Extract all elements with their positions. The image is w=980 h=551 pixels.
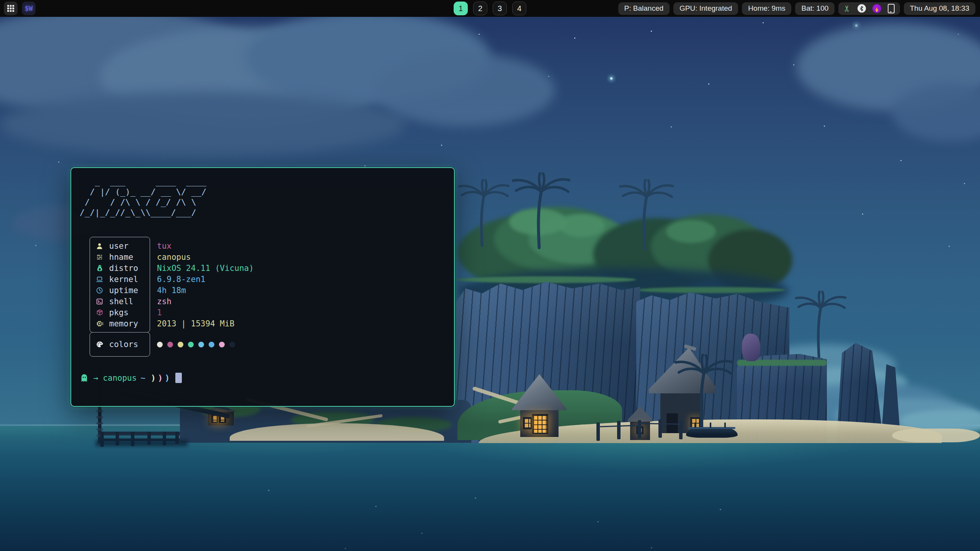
bar-right: P: Balanced GPU: Integrated Home: 9ms Ba… — [618, 2, 980, 15]
sand-spit — [892, 429, 980, 442]
palette-icon — [95, 340, 104, 349]
text-cursor[interactable] — [175, 373, 182, 383]
workspace-button-1[interactable]: 1 — [454, 2, 468, 15]
palette-swatch — [167, 342, 173, 347]
ping-pill[interactable]: Home: 9ms — [742, 2, 791, 15]
battery-label: Bat: 100 — [801, 4, 828, 13]
tablet-icon[interactable] — [888, 4, 895, 13]
bluetooth-icon[interactable] — [858, 4, 866, 13]
colors-row: colors — [90, 332, 446, 357]
boat-post — [724, 422, 726, 428]
info-row-uptime: uptime — [90, 285, 150, 296]
info-label: pkgs — [109, 308, 129, 317]
hut-roof — [628, 406, 652, 422]
gpu-label: GPU: Integrated — [679, 4, 732, 13]
fence-post — [658, 419, 662, 438]
star — [610, 77, 612, 80]
info-label-box: user hname distro — [90, 237, 150, 333]
fastfetch-info: user hname distro — [90, 237, 446, 333]
info-row-kernel: kernel — [90, 274, 150, 285]
clock-pill[interactable]: Thu Aug 08, 18:33 — [904, 2, 975, 15]
info-value-distro: NixOS 24.11 (Vicuna) — [157, 264, 254, 273]
info-value-pkgs: 1 — [157, 308, 162, 317]
info-value-hname: canopus — [157, 253, 191, 262]
palette-swatch — [157, 342, 163, 347]
palm-tree — [792, 291, 850, 360]
boat-post — [710, 422, 711, 428]
info-row-distro: distro — [90, 262, 150, 274]
clock-icon — [95, 286, 104, 295]
palette-dots — [157, 332, 235, 357]
flame-icon[interactable] — [872, 4, 881, 13]
info-label: shell — [109, 297, 133, 306]
workspace-label: 3 — [498, 4, 502, 13]
palette-swatch — [219, 342, 225, 347]
scissors-icon[interactable]: ✂ — [843, 5, 851, 12]
wezterm-taskbar-button[interactable]: $W — [22, 2, 36, 15]
palette-swatch — [209, 342, 214, 347]
laptop-icon — [95, 275, 104, 284]
info-label: memory — [109, 319, 138, 328]
workspace-button-4[interactable]: 4 — [512, 2, 526, 15]
cloud — [0, 92, 406, 157]
palm-tree — [456, 179, 513, 248]
user-icon — [95, 242, 104, 250]
colors-label: colors — [109, 340, 138, 349]
ghost-icon — [80, 373, 89, 383]
info-label: distro — [109, 264, 138, 273]
prompt-chevron-1: ) — [151, 373, 156, 383]
workspace-label: 1 — [459, 4, 463, 13]
prompt-arrow: → — [93, 373, 98, 383]
boat-post — [694, 422, 696, 428]
app-launcher-button[interactable] — [4, 2, 18, 15]
ping-label: Home: 9ms — [748, 4, 785, 13]
info-label: user — [109, 241, 129, 251]
lit-window — [523, 417, 532, 429]
cloud — [375, 54, 555, 126]
colors-label-box: colors — [90, 332, 150, 357]
list-icon — [95, 253, 104, 261]
terminal-window[interactable]: _ ___ ____ ____ / |/ (_)_ __/ __ \/ __/ … — [70, 167, 455, 407]
chip-icon — [95, 320, 104, 328]
shell-prompt[interactable]: → canopus ~ ) ) ) — [80, 373, 446, 383]
workspace-label: 2 — [478, 4, 482, 13]
app-grid-icon — [7, 5, 15, 12]
gpu-pill[interactable]: GPU: Integrated — [673, 2, 738, 15]
desktop: $W 1 2 3 4 P: Balanced GPU: Integrated H… — [0, 0, 980, 551]
prompt-hostname: canopus — [103, 373, 137, 383]
palm-tree — [509, 172, 574, 251]
status-bar: $W 1 2 3 4 P: Balanced GPU: Integrated H… — [0, 0, 980, 17]
workspace-button-3[interactable]: 3 — [493, 2, 507, 15]
palette-swatch — [229, 342, 235, 347]
dock-shadow — [96, 440, 188, 446]
thatched-hut — [512, 374, 567, 442]
nixos-ascii-logo: _ ___ ____ ____ / |/ (_)_ __/ __ \/ __/ … — [80, 176, 446, 218]
canoe — [686, 427, 738, 438]
workspace-label: 4 — [517, 4, 521, 13]
hut-roof — [512, 374, 567, 410]
grass-edge — [636, 287, 786, 293]
info-row-shell: shell — [90, 296, 150, 307]
info-row-memory: memory — [90, 318, 150, 329]
bar-left: $W — [0, 2, 36, 15]
info-label: uptime — [109, 286, 138, 295]
stone-statue — [742, 334, 760, 361]
terminal-icon — [95, 297, 104, 306]
palette-swatch — [188, 342, 194, 347]
workspace-button-2[interactable]: 2 — [473, 2, 487, 15]
info-label: hname — [109, 253, 133, 262]
power-profile-label: P: Balanced — [624, 4, 663, 13]
package-icon — [95, 308, 104, 317]
wezterm-icon: $W — [25, 5, 33, 12]
system-tray: ✂ — [838, 2, 900, 15]
power-profile-pill[interactable]: P: Balanced — [618, 2, 670, 15]
battery-pill[interactable]: Bat: 100 — [795, 2, 835, 15]
info-values: tux canopus NixOS 24.11 (Vicuna) 6.9.8-z… — [157, 237, 254, 333]
info-label: kernel — [109, 275, 138, 284]
palette-swatch — [178, 342, 183, 347]
info-row-pkgs: pkgs — [90, 307, 150, 318]
clock-label: Thu Aug 08, 18:33 — [910, 4, 969, 13]
palette-swatch — [198, 342, 204, 347]
info-value-kernel: 6.9.8-zen1 — [157, 275, 205, 284]
penguin-icon — [95, 264, 104, 272]
